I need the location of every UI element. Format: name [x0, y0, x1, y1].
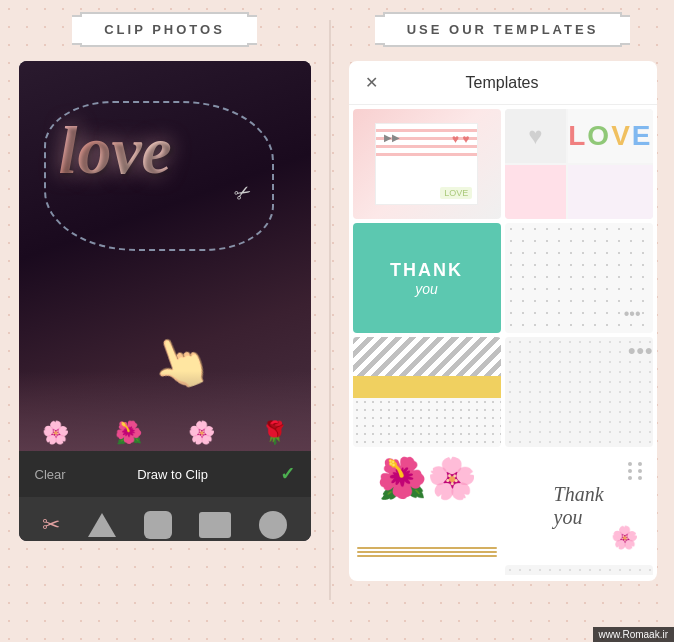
rounded-rect-tool[interactable]: [144, 511, 172, 539]
love-o: O: [587, 120, 611, 152]
triangle-tool[interactable]: [88, 513, 116, 537]
right-panel: USE OUR TEMPLATES ✕ Templates ▶▶ ♥ ♥ LOV…: [331, 0, 674, 642]
chevron-bottom: [353, 398, 501, 448]
svg-point-1: [638, 462, 642, 466]
template-item-made-with[interactable]: MADE WITH: [353, 565, 501, 575]
rect-shape-icon: [199, 512, 231, 538]
svg-point-5: [638, 476, 642, 480]
brand-url: www.Romaak.ir: [599, 629, 668, 640]
rect-tool[interactable]: [199, 512, 231, 538]
phone-screen: love ✂ 👆 🌸 🌺 🌸 🌹 Clear Draw to Clip ✓: [19, 61, 311, 541]
template-panel: ✕ Templates ▶▶ ♥ ♥ LOVE ♥: [349, 61, 657, 581]
love-background: love ✂ 👆 🌸 🌺 🌸 🌹: [19, 61, 311, 451]
love-card-inner: ▶▶ ♥ ♥ LOVE: [375, 123, 479, 206]
template-close-button[interactable]: ✕: [365, 73, 378, 92]
template-item-dots2[interactable]: ●●●: [505, 337, 653, 447]
flower-1: 🌸: [42, 420, 69, 446]
template-item-love-colored[interactable]: ♥ L O V E: [505, 109, 653, 219]
dots-decoration: •••: [624, 305, 641, 323]
circle-shape-icon: [259, 511, 287, 539]
chevron-top: [353, 337, 501, 376]
template-item-love-card[interactable]: ▶▶ ♥ ♥ LOVE: [353, 109, 501, 219]
clip-photos-title: CLIP PHOTOS: [80, 12, 249, 47]
chevron-mid: [353, 376, 501, 398]
clear-button[interactable]: Clear: [35, 467, 66, 482]
rounded-rect-shape-icon: [144, 511, 172, 539]
svg-point-3: [638, 469, 642, 473]
circle-tool[interactable]: [259, 511, 287, 539]
thank-label: THANK: [390, 260, 463, 281]
love-e: E: [632, 120, 653, 152]
love-br: [568, 165, 652, 219]
floral-emoji: 🌺🌸: [357, 455, 497, 502]
flower-3: 🌸: [188, 420, 215, 446]
flower-4: 🌹: [261, 420, 288, 446]
template-grid: ▶▶ ♥ ♥ LOVE ♥ L O V E: [349, 105, 657, 575]
scissors-tool[interactable]: ✂: [42, 512, 60, 538]
right-header: USE OUR TEMPLATES: [331, 0, 674, 57]
template-item-thank-you-script[interactable]: Thankyou 🌸: [505, 451, 653, 561]
brand-bar: www.Romaak.ir: [593, 627, 674, 642]
left-panel: CLIP PHOTOS love ✂ 👆 🌸 🌺 🌸 🌹: [0, 0, 329, 642]
floral-lines: [357, 547, 497, 557]
shape-tools-bar: ✂: [19, 497, 311, 541]
photo-area: love ✂ 👆 🌸 🌺 🌸 🌹: [19, 61, 311, 451]
line-3: [357, 555, 497, 557]
main-container: CLIP PHOTOS love ✂ 👆 🌸 🌺 🌸 🌹: [0, 0, 674, 642]
template-item-dots1[interactable]: •••: [505, 223, 653, 333]
love-tr: L O V E: [568, 109, 652, 163]
triangle-shape-icon: [88, 513, 116, 537]
svg-point-2: [628, 469, 632, 473]
svg-point-0: [628, 462, 632, 466]
thank-you-script: Thankyou: [554, 483, 604, 529]
t6-decoration: ●●●: [628, 342, 648, 372]
template-item-thank-you-teal[interactable]: THANK you: [353, 223, 501, 333]
clip-outline: [44, 101, 274, 251]
left-header: CLIP PHOTOS: [0, 0, 329, 57]
love-v: V: [611, 120, 632, 152]
card-arrows: ▶▶: [384, 132, 400, 143]
card-hearts: ♥ ♥: [452, 132, 470, 146]
use-templates-title: USE OUR TEMPLATES: [383, 12, 623, 47]
confirm-button[interactable]: ✓: [280, 463, 295, 485]
line-1: [357, 547, 497, 549]
flowers-decoration: 🌸 🌺 🌸 🌹: [19, 371, 311, 451]
template-panel-title: Templates: [394, 74, 611, 92]
love-bl: [505, 165, 567, 219]
line-2: [357, 551, 497, 553]
template-item-dots3[interactable]: [505, 565, 653, 575]
template-panel-header: ✕ Templates: [349, 61, 657, 105]
you-label: you: [390, 281, 463, 297]
template-item-chevron[interactable]: [353, 337, 501, 447]
draw-to-clip-label: Draw to Clip: [137, 467, 208, 482]
template-item-floral[interactable]: 🌺🌸: [353, 451, 501, 561]
thank-you-text: THANK you: [390, 260, 463, 297]
love-l: L: [568, 120, 587, 152]
flower-2: 🌺: [115, 420, 142, 446]
card-love-label: LOVE: [440, 187, 472, 199]
t8-dots-svg: [625, 459, 645, 489]
bottom-toolbar: Clear Draw to Clip ✓: [19, 451, 311, 497]
svg-point-4: [628, 476, 632, 480]
t8-flower: 🌸: [611, 525, 638, 551]
love-tl: ♥: [505, 109, 567, 163]
